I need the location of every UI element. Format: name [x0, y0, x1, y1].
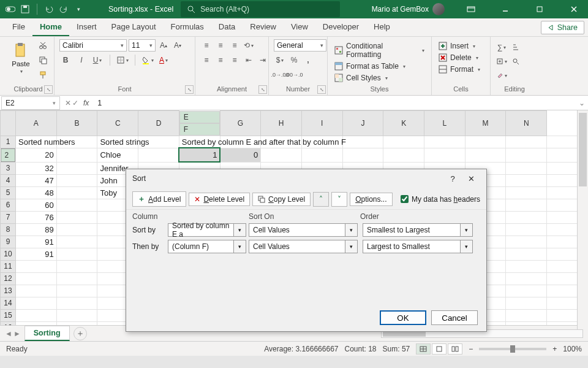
paste-button[interactable]: Paste ▾	[7, 39, 34, 74]
cell[interactable]	[506, 223, 547, 236]
dialog-close-button[interactable]: ✕	[462, 174, 480, 183]
enter-formula-icon[interactable]: ✓	[72, 99, 78, 107]
new-sheet-button[interactable]: ＋	[74, 327, 87, 340]
row-header[interactable]: 6	[1, 199, 16, 211]
cancel-button[interactable]: Cancel	[431, 310, 478, 325]
qat-customize-icon[interactable]: ▾	[73, 4, 84, 15]
cell[interactable]	[56, 186, 97, 199]
cell[interactable]	[16, 272, 57, 285]
align-center[interactable]: ≡	[214, 54, 227, 66]
cell[interactable]	[506, 321, 547, 325]
cell[interactable]	[342, 148, 383, 162]
sort-on-select[interactable]: Cell Values	[249, 240, 345, 253]
cell[interactable]	[506, 186, 547, 199]
cell-styles-button[interactable]: Cell Styles▾	[333, 73, 390, 83]
formula-input[interactable]: 1	[94, 99, 576, 107]
cell[interactable]: 76	[16, 211, 57, 223]
fill-button[interactable]: ▾	[496, 55, 508, 67]
delete-cells-button[interactable]: Delete▾	[437, 53, 480, 63]
move-down-button[interactable]: ˅	[331, 192, 347, 207]
zoom-slider[interactable]	[479, 348, 546, 350]
column-header[interactable]: K	[383, 111, 424, 136]
cell[interactable]	[56, 174, 97, 186]
sort-filter-button[interactable]	[510, 41, 522, 53]
bold-button[interactable]: B	[59, 54, 72, 66]
column-header[interactable]: J	[342, 111, 383, 136]
increase-decimal[interactable]: .0→.00	[274, 69, 286, 81]
align-top[interactable]: ≡	[200, 39, 213, 52]
autosum-button[interactable]: ∑▾	[496, 41, 508, 53]
number-dialog-launcher[interactable]: ⤡	[317, 85, 326, 94]
share-button[interactable]: Share	[541, 21, 584, 34]
cell[interactable]	[424, 136, 466, 148]
tab-help[interactable]: Help	[366, 18, 398, 36]
column-header[interactable]: N	[506, 111, 547, 136]
column-header[interactable]: E	[179, 111, 220, 123]
my-data-has-headers-checkbox[interactable]: My data has headers	[401, 195, 480, 204]
save-icon[interactable]	[20, 4, 31, 15]
font-color-button[interactable]: A▾	[157, 54, 170, 66]
column-header[interactable]: M	[465, 111, 506, 136]
cell[interactable]	[56, 223, 97, 236]
fx-icon[interactable]: fx	[83, 99, 94, 107]
cell[interactable]: Sorted by column E and after that by col…	[179, 136, 220, 148]
column-header[interactable]: G	[220, 111, 261, 136]
increase-font-button[interactable]: A▴	[157, 39, 170, 52]
cell[interactable]	[56, 162, 97, 174]
chevron-down-icon[interactable]: ▾	[234, 240, 246, 253]
cell[interactable]	[56, 309, 97, 321]
cell[interactable]	[56, 260, 97, 272]
cell[interactable]	[56, 211, 97, 223]
search-box[interactable]: Search (Alt+Q)	[181, 1, 340, 17]
tab-view[interactable]: View	[284, 18, 315, 36]
normal-view-button[interactable]	[416, 343, 431, 355]
ok-button[interactable]: OK	[380, 310, 426, 325]
column-header[interactable]: A	[16, 111, 57, 136]
sort-order-select[interactable]: Smallest to Largest	[363, 223, 461, 237]
cell[interactable]: 32	[16, 162, 57, 174]
autosave-toggle[interactable]	[5, 4, 16, 15]
row-header[interactable]: 11	[1, 260, 16, 272]
increase-indent[interactable]: ⇥	[257, 54, 269, 66]
cell[interactable]	[506, 162, 547, 174]
cell[interactable]: Sorted numbers	[16, 136, 57, 148]
row-header[interactable]: 7	[1, 211, 16, 223]
tab-page-layout[interactable]: Page Layout	[104, 18, 164, 36]
row-header[interactable]: 9	[1, 236, 16, 248]
chevron-down-icon[interactable]: ▾	[461, 240, 473, 253]
redo-icon[interactable]	[58, 4, 69, 15]
cut-button[interactable]	[37, 39, 49, 52]
cell[interactable]	[16, 297, 57, 309]
italic-button[interactable]: I	[75, 54, 88, 66]
accounting-format[interactable]: $▾	[274, 54, 286, 66]
cell[interactable]	[56, 148, 97, 162]
tab-formulas[interactable]: Formulas	[164, 18, 211, 36]
row-header[interactable]: 10	[1, 248, 16, 260]
cell[interactable]	[506, 272, 547, 285]
cell[interactable]	[16, 285, 57, 297]
find-select-button[interactable]	[510, 55, 522, 67]
name-box[interactable]: E2▾	[1, 96, 60, 110]
cell[interactable]	[56, 321, 97, 325]
copy-level-button[interactable]: Copy Level	[252, 193, 311, 206]
align-right[interactable]: ≡	[228, 54, 241, 66]
row-header[interactable]: 5	[1, 186, 16, 199]
delete-level-button[interactable]: ✕Delete Level	[189, 193, 250, 206]
row-header[interactable]: 15	[1, 309, 16, 321]
clipboard-dialog-launcher[interactable]: ⤡	[44, 85, 53, 94]
row-header[interactable]: 3	[1, 162, 16, 174]
cell[interactable]	[383, 148, 424, 162]
cell[interactable]	[506, 148, 547, 162]
column-header[interactable]: D	[138, 111, 179, 136]
alignment-dialog-launcher[interactable]: ⤡	[258, 85, 267, 94]
cell[interactable]	[506, 297, 547, 309]
insert-cells-button[interactable]: Insert▾	[437, 41, 477, 51]
tab-data[interactable]: Data	[211, 18, 243, 36]
align-bottom[interactable]: ≡	[228, 39, 241, 52]
column-header[interactable]: L	[424, 111, 466, 136]
cell[interactable]: 91	[16, 236, 57, 248]
column-header[interactable]: B	[56, 111, 97, 136]
tab-file[interactable]: File	[5, 18, 32, 36]
format-painter-button[interactable]	[37, 69, 49, 81]
user-account[interactable]: Mario at GemBox	[372, 3, 445, 15]
